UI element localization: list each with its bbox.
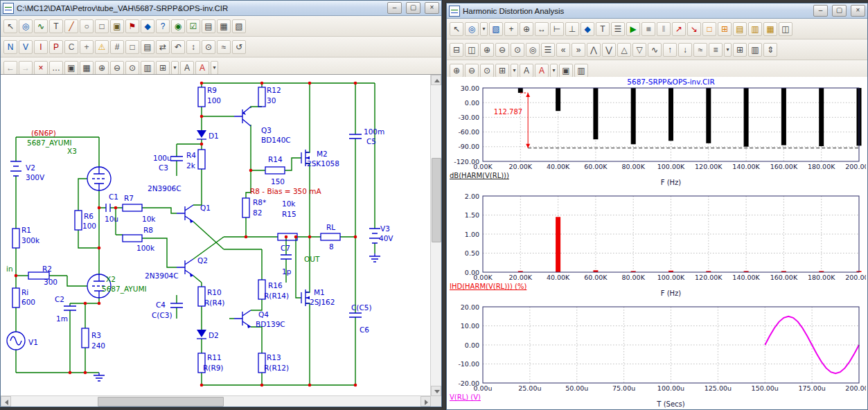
- high-icon[interactable]: △: [617, 43, 631, 57]
- schematic-label[interactable]: 600: [21, 298, 35, 306]
- scroll-left-button[interactable]: [1, 396, 11, 407]
- schematic-label[interactable]: V1: [28, 338, 38, 346]
- optimizer-icon[interactable]: ↘: [687, 22, 701, 36]
- state-variables-icon[interactable]: ▥: [748, 22, 762, 36]
- schematic-label[interactable]: C6: [360, 326, 369, 334]
- tag-left-icon[interactable]: «: [556, 43, 570, 57]
- schematic-label[interactable]: R(R12): [264, 364, 289, 372]
- grid-snap-icon[interactable]: ⊞: [156, 61, 170, 75]
- schematic-label[interactable]: 300: [44, 278, 57, 286]
- schematic-label[interactable]: 100m: [364, 127, 384, 136]
- schematic-label[interactable]: X2: [106, 275, 116, 283]
- run-icon[interactable]: ▶: [626, 22, 640, 36]
- rotate-icon[interactable]: ↶: [171, 40, 185, 54]
- scope-mode-icon[interactable]: ▧: [489, 22, 503, 36]
- grid-icon[interactable]: #: [110, 40, 124, 54]
- analysis-titlebar[interactable]: Harmonic Distortion Analysis ‒ ▢ ×: [447, 3, 867, 19]
- envelope-icon[interactable]: ≈: [693, 43, 707, 57]
- point-probe-icon[interactable]: ◉: [171, 19, 185, 33]
- pin-connections-icon[interactable]: +: [80, 40, 94, 54]
- plot-properties-icon[interactable]: ☰: [541, 43, 555, 57]
- schematic-label[interactable]: 2N3904C: [145, 271, 179, 280]
- schematic-label[interactable]: V2: [26, 163, 35, 172]
- schematic-label[interactable]: R12: [267, 86, 281, 94]
- help-mode-icon[interactable]: ?: [156, 19, 170, 33]
- zoom-in-icon[interactable]: ⊕: [95, 61, 109, 75]
- vertical-scrollbar[interactable]: [430, 75, 441, 396]
- font-color-dropdown-icon[interactable]: ▾: [211, 61, 218, 75]
- schematic-label[interactable]: D2: [209, 331, 219, 339]
- scroll-down-button[interactable]: [431, 386, 441, 396]
- schematic-label[interactable]: R6: [84, 212, 94, 220]
- schematic-label[interactable]: R8*: [253, 198, 266, 206]
- low-icon[interactable]: ▽: [632, 43, 646, 57]
- repeat-find-icon[interactable]: ≈: [217, 40, 231, 54]
- rectangle-mode-icon[interactable]: □: [95, 19, 109, 33]
- paper-icon[interactable]: □: [125, 40, 139, 54]
- tag-horizontal-icon[interactable]: ⊢: [550, 22, 564, 36]
- schematic-label[interactable]: R(R9): [203, 364, 223, 372]
- select-tool-icon[interactable]: ↖: [450, 22, 463, 36]
- mode-dropdown-icon[interactable]: ▾: [480, 22, 488, 36]
- schematic-label[interactable]: 10k: [282, 199, 296, 208]
- text-mode-icon[interactable]: T: [49, 19, 63, 33]
- font-size-icon[interactable]: A: [520, 64, 533, 78]
- schematic-label[interactable]: BD140C: [261, 136, 291, 144]
- sheet-icon[interactable]: ▤: [202, 19, 215, 33]
- schematic-label[interactable]: C5: [366, 137, 376, 145]
- schematic-label[interactable]: C3: [159, 163, 168, 172]
- exit-analysis-icon[interactable]: ◫: [779, 22, 792, 36]
- schematic-label[interactable]: R11: [207, 353, 222, 362]
- info-mode-icon[interactable]: ◆: [141, 19, 154, 33]
- copy-text-icon[interactable]: ▥: [574, 64, 588, 78]
- font-color-icon[interactable]: A: [535, 64, 549, 78]
- properties-icon[interactable]: ☰: [611, 22, 625, 36]
- zoom-in-icon[interactable]: ⊕: [480, 43, 494, 57]
- schematic-label[interactable]: R7: [124, 194, 134, 202]
- schematic-label[interactable]: R8: [143, 226, 153, 234]
- minimize-button[interactable]: ‒: [813, 5, 828, 17]
- schematic-label[interactable]: X3: [67, 147, 77, 155]
- find-icon[interactable]: ⊙: [202, 40, 215, 54]
- stack-dropdown-icon[interactable]: ▾: [724, 43, 732, 57]
- schematic-label[interactable]: 1p: [282, 267, 292, 276]
- schematic-label[interactable]: R2: [42, 265, 52, 273]
- enable-region-icon[interactable]: ☑: [186, 19, 200, 33]
- cursor-mode-icon[interactable]: +: [504, 22, 518, 36]
- schematic-label[interactable]: R14: [268, 155, 283, 163]
- zoom-in-icon[interactable]: ⊕: [450, 64, 463, 78]
- schematic-label[interactable]: 100k: [136, 244, 155, 252]
- schematic-label[interactable]: Q1: [200, 204, 211, 212]
- top-icon[interactable]: ↑: [663, 43, 677, 57]
- conditions-icon[interactable]: C: [64, 40, 78, 54]
- watch-icon[interactable]: ⊞: [718, 22, 732, 36]
- more-icon[interactable]: …: [49, 61, 63, 75]
- pan-mode-icon[interactable]: ↔: [535, 22, 549, 36]
- schematic-label[interactable]: R3: [91, 331, 101, 339]
- schematic-label[interactable]: 2k: [186, 161, 196, 170]
- schematic-label[interactable]: R(R14): [264, 292, 289, 300]
- tag-vertical-icon[interactable]: ⊥: [565, 22, 579, 36]
- schematic-label[interactable]: 5687_AYUMI: [27, 139, 72, 148]
- schematic-label[interactable]: Q3: [261, 126, 272, 134]
- schematic-components[interactable]: [7, 87, 380, 381]
- zoom-mode-icon[interactable]: ⊕: [520, 22, 533, 36]
- schematic-label[interactable]: V3: [380, 224, 390, 233]
- output-waveform-chart[interactable]: 20.0010.000.00-10.00-20.000.00u25.00u50.…: [447, 298, 867, 409]
- maximize-button[interactable]: ▢: [406, 2, 420, 14]
- grid-dropdown-icon[interactable]: ▾: [171, 61, 179, 75]
- schematic-titlebar[interactable]: C:\MC12\DATA\Petrov\tube_VAH\5687-SRPP&O…: [1, 1, 441, 16]
- text-mode-icon[interactable]: T: [596, 22, 610, 36]
- zoom-window-icon[interactable]: ⊙: [480, 64, 494, 78]
- font-color-icon[interactable]: A: [195, 61, 209, 75]
- select-tool-icon[interactable]: ↖: [3, 19, 17, 33]
- reduce-data-icon[interactable]: ↗: [672, 22, 686, 36]
- schematic-label[interactable]: 100u: [153, 154, 172, 162]
- schematic-label[interactable]: D1: [209, 132, 219, 140]
- schematic-label[interactable]: C4: [156, 301, 166, 309]
- grid-dropdown-icon[interactable]: ▾: [511, 64, 518, 78]
- expand-icon[interactable]: ⇕: [763, 43, 777, 57]
- warning-icon[interactable]: ⚠: [95, 40, 109, 54]
- zoom-out-icon[interactable]: ⊖: [495, 43, 509, 57]
- wire-mode-icon[interactable]: ∿: [34, 19, 48, 33]
